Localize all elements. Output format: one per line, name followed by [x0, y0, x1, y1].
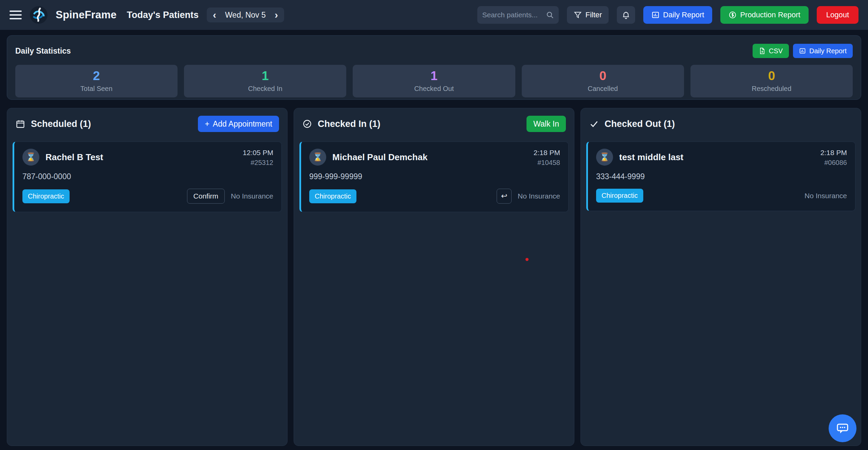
production-report-label: Production Report: [740, 11, 800, 19]
stat-value: 2: [93, 70, 100, 82]
appointment-number: #10458: [534, 159, 560, 167]
checked-out-title: Checked Out (1): [605, 119, 675, 129]
appointment-time: 12:05 PM: [243, 149, 273, 157]
bell-icon: [622, 11, 630, 19]
notifications-button[interactable]: [617, 6, 635, 24]
patient-name: Rachel B Test: [45, 152, 103, 163]
appointment-number: #06086: [820, 159, 847, 167]
filter-button[interactable]: Filter: [567, 6, 609, 24]
insurance-status: No Insurance: [231, 192, 273, 200]
bar-chart-icon: [651, 11, 660, 19]
stat-value: 0: [768, 70, 775, 82]
add-appointment-label: Add Appointment: [213, 119, 272, 129]
patient-card-scheduled[interactable]: ⌛ Rachel B Test 12:05 PM #25312 787-000-…: [13, 142, 282, 212]
csv-export-button[interactable]: CSV: [753, 44, 789, 58]
check-circle-icon: [302, 119, 312, 129]
search-input[interactable]: [482, 11, 543, 19]
red-dot-marker: [525, 258, 529, 261]
scheduled-title: Scheduled (1): [31, 119, 91, 129]
undo-arrow-icon: ↩: [501, 192, 507, 201]
avatar: ⌛: [22, 149, 39, 166]
patient-phone: 333-444-9999: [596, 172, 847, 181]
stat-total-seen: 2 Total Seen: [15, 65, 178, 97]
dollar-circle-icon: [728, 11, 737, 19]
csv-label: CSV: [769, 47, 783, 55]
walk-in-label: Walk In: [533, 119, 559, 129]
patient-phone: 787-000-0000: [22, 172, 273, 181]
top-header: SpineFrame Today's Patients ‹ Wed, Nov 5…: [0, 0, 868, 30]
chevron-left-icon[interactable]: ‹: [212, 10, 217, 20]
stat-value: 1: [262, 70, 269, 82]
service-badge: Chiropractic: [309, 189, 356, 203]
patient-card-checked-in[interactable]: ⌛ Michael Paul Demchak 2:18 PM #10458 99…: [299, 142, 569, 212]
scheduled-column: Scheduled (1) + Add Appointment ⌛ Rachel…: [7, 108, 288, 446]
spineframe-logo-icon: [30, 6, 48, 24]
stat-rescheduled: 0 Rescheduled: [690, 65, 853, 97]
stat-label: Total Seen: [80, 85, 113, 93]
filter-funnel-icon: [574, 11, 582, 19]
app-name: SpineFrame: [56, 9, 116, 21]
confirm-button[interactable]: Confirm: [187, 189, 225, 204]
stat-label: Checked In: [248, 85, 282, 93]
stats-daily-report-button[interactable]: Daily Report: [793, 44, 853, 58]
appointment-time: 2:18 PM: [534, 149, 560, 157]
avatar: ⌛: [596, 149, 613, 166]
page-title: Today's Patients: [127, 10, 198, 20]
logout-label: Logout: [826, 11, 849, 19]
daily-statistics-panel: Daily Statistics CSV Daily Report: [7, 35, 861, 100]
chat-bubble-icon: [835, 420, 850, 436]
daily-report-label: Daily Report: [663, 11, 704, 19]
current-date[interactable]: Wed, Nov 5: [224, 11, 267, 20]
menu-icon[interactable]: [10, 11, 22, 19]
checked-in-title: Checked In (1): [318, 119, 381, 129]
stat-value: 1: [430, 70, 438, 82]
stat-label: Rescheduled: [752, 85, 792, 93]
insurance-status: No Insurance: [518, 192, 560, 200]
checked-out-column: Checked Out (1) ⌛ test middle last 2:18 …: [580, 108, 861, 446]
patient-phone: 999-999-99999: [309, 172, 560, 181]
date-navigator: ‹ Wed, Nov 5 ›: [207, 7, 284, 22]
logout-button[interactable]: Logout: [817, 6, 858, 24]
search-icon: [546, 11, 554, 19]
undo-checkin-button[interactable]: ↩: [497, 189, 512, 204]
patient-name: Michael Paul Demchak: [332, 152, 427, 163]
daily-report-button[interactable]: Daily Report: [643, 6, 712, 24]
chevron-right-icon[interactable]: ›: [274, 10, 279, 20]
production-report-button[interactable]: Production Report: [720, 6, 808, 24]
insurance-status: No Insurance: [805, 192, 847, 200]
check-icon: [589, 119, 599, 129]
service-badge: Chiropractic: [22, 189, 70, 203]
hourglass-icon: ⌛: [313, 152, 323, 162]
search-patients-box: [477, 6, 559, 24]
file-csv-icon: [759, 48, 765, 54]
bar-chart-icon: [799, 48, 806, 54]
appointment-number: #25312: [243, 159, 273, 167]
daily-statistics-title: Daily Statistics: [15, 46, 71, 56]
plus-icon: +: [205, 119, 209, 129]
stat-label: Checked Out: [414, 85, 454, 93]
service-badge: Chiropractic: [596, 189, 643, 203]
patient-name: test middle last: [619, 152, 683, 163]
checked-in-column: Checked In (1) Walk In ⌛ Michael Paul De…: [294, 108, 574, 446]
stats-daily-report-label: Daily Report: [809, 47, 847, 55]
patient-columns: Scheduled (1) + Add Appointment ⌛ Rachel…: [7, 108, 861, 446]
stat-value: 0: [599, 70, 606, 82]
add-appointment-button[interactable]: + Add Appointment: [198, 116, 279, 132]
chat-widget-button[interactable]: [829, 414, 856, 442]
stat-checked-in: 1 Checked In: [184, 65, 346, 97]
hourglass-icon: ⌛: [599, 152, 610, 162]
stat-cancelled: 0 Cancelled: [522, 65, 684, 97]
walk-in-button[interactable]: Walk In: [527, 116, 566, 132]
avatar: ⌛: [309, 149, 326, 166]
hourglass-icon: ⌛: [26, 152, 36, 162]
filter-label: Filter: [585, 11, 602, 19]
appointment-time: 2:18 PM: [820, 149, 847, 157]
stat-checked-out: 1 Checked Out: [353, 65, 515, 97]
stat-label: Cancelled: [588, 85, 618, 93]
calendar-icon: [15, 119, 25, 129]
patient-card-checked-out[interactable]: ⌛ test middle last 2:18 PM #06086 333-44…: [586, 142, 855, 211]
